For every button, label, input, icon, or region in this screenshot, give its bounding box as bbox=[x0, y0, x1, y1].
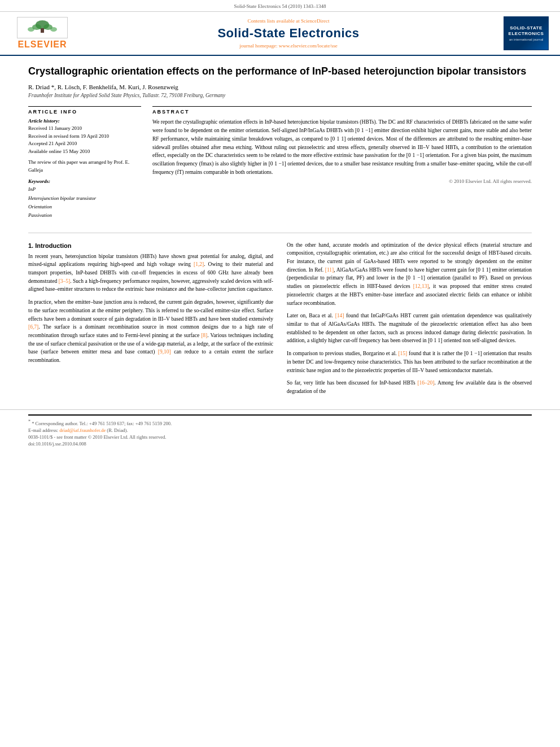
elsevier-logo-image bbox=[17, 17, 68, 38]
body-col-right: On the other hand, accurate models and o… bbox=[287, 241, 532, 400]
svg-point-6 bbox=[50, 27, 57, 32]
received-date: Received 11 January 2010 bbox=[28, 125, 141, 133]
doi-line: doi:10.1016/j.sse.2010.04.008 bbox=[28, 441, 532, 447]
abstract-heading: ABSTRACT bbox=[152, 106, 532, 115]
body-section: 1. Introduction In recent years, heteroj… bbox=[28, 241, 532, 400]
svg-rect-4 bbox=[41, 28, 44, 33]
history-label: Article history: bbox=[28, 118, 141, 124]
page-footer: * * Corresponding author. Tel.: +49 761 … bbox=[0, 409, 560, 451]
logo-title-text: SOLID-STATEELECTRONICS bbox=[509, 25, 544, 36]
logo-subtitle: an international journal bbox=[509, 38, 544, 41]
elsevier-wordmark: ELSEVIER bbox=[18, 40, 67, 50]
journal-citation: Solid-State Electronics 54 (2010) 1343–1… bbox=[234, 3, 326, 9]
abstract-text: We report the crystallographic orientati… bbox=[152, 118, 532, 176]
section1-title: 1. Introduction bbox=[28, 242, 273, 249]
review-note: The review of this paper was arranged by… bbox=[28, 159, 141, 174]
keywords-label: Keywords: bbox=[28, 178, 141, 184]
article-title: Crystallographic orientation effects on … bbox=[28, 65, 532, 78]
body-paragraph-4: Later on, Baca et al. [14] found that In… bbox=[287, 312, 532, 345]
footer-divider bbox=[28, 414, 532, 416]
body-paragraph-1: In recent years, heterojunction bipolar … bbox=[28, 252, 273, 294]
section-divider bbox=[28, 233, 532, 233]
journal-homepage: journal homepage: www.elsevier.com/locat… bbox=[79, 43, 498, 49]
journal-title: Solid-State Electronics bbox=[79, 26, 498, 41]
main-content: Crystallographic orientation effects on … bbox=[0, 56, 560, 409]
keyword-4: Passivation bbox=[28, 211, 141, 220]
keywords-list: InP Heterojunction bipolar transistor Or… bbox=[28, 185, 141, 220]
authors: R. Driad *, R. Lösch, F. Benkhelifa, M. … bbox=[28, 84, 532, 90]
science-direct-line: Contents lists available at ScienceDirec… bbox=[79, 18, 498, 24]
elsevier-svg bbox=[20, 18, 65, 37]
article-history-group: Article history: Received 11 January 201… bbox=[28, 118, 141, 174]
journal-top-bar: Solid-State Electronics 54 (2010) 1343–1… bbox=[0, 0, 560, 12]
journal-logo-right: SOLID-STATEELECTRONICS an international … bbox=[504, 16, 549, 50]
keyword-1: InP bbox=[28, 185, 141, 194]
elsevier-logo: ELSEVIER bbox=[11, 17, 73, 50]
journal-center: Contents lists available at ScienceDirec… bbox=[73, 18, 504, 49]
journal-header: ELSEVIER Contents lists available at Sci… bbox=[0, 12, 560, 56]
abstract-column: ABSTRACT We report the crystallographic … bbox=[152, 106, 532, 224]
issn-line: 0038-1101/$ - see front matter © 2010 El… bbox=[28, 434, 532, 440]
article-info-heading: ARTICLE INFO bbox=[28, 106, 141, 115]
accepted-date: Accepted 21 April 2010 bbox=[28, 140, 141, 148]
authors-text: R. Driad *, R. Lösch, F. Benkhelifa, M. … bbox=[28, 84, 178, 90]
body-paragraph-2: In practice, when the emitter–base junct… bbox=[28, 298, 273, 365]
copyright-line: © 2010 Elsevier Ltd. All rights reserved… bbox=[152, 178, 532, 184]
body-paragraph-3: On the other hand, accurate models and o… bbox=[287, 241, 532, 308]
body-paragraph-6: So far, very little has been discussed f… bbox=[287, 379, 532, 395]
corresponding-author-note: * * Corresponding author. Tel.: +49 761 … bbox=[28, 419, 532, 426]
body-col-left: 1. Introduction In recent years, heteroj… bbox=[28, 241, 273, 400]
keyword-3: Orientation bbox=[28, 203, 141, 211]
revised-date: Received in revised form 19 April 2010 bbox=[28, 133, 141, 141]
keywords-group: Keywords: InP Heterojunction bipolar tra… bbox=[28, 178, 141, 220]
author-email: driad@iaf.fraunhofer.de bbox=[59, 427, 106, 433]
svg-point-5 bbox=[28, 27, 34, 32]
info-abstract-section: ARTICLE INFO Article history: Received 1… bbox=[28, 106, 532, 224]
available-date: Available online 15 May 2010 bbox=[28, 148, 141, 156]
email-line: E-mail address: driad@iaf.fraunhofer.de … bbox=[28, 427, 532, 433]
affiliation: Fraunhofer Institute for Applied Solid S… bbox=[28, 93, 532, 98]
article-info-column: ARTICLE INFO Article history: Received 1… bbox=[28, 106, 141, 224]
keyword-2: Heterojunction bipolar transistor bbox=[28, 194, 141, 203]
body-paragraph-5: In comparison to previous studies, Borga… bbox=[287, 350, 532, 374]
